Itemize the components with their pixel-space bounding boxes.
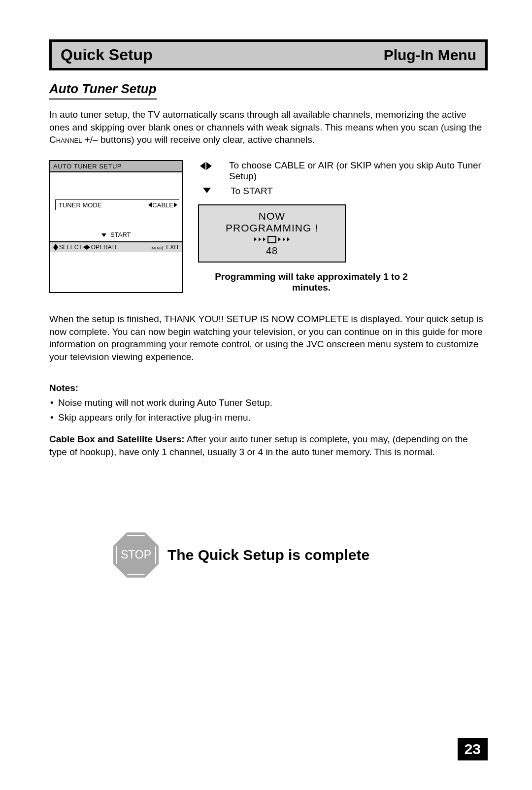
prog-line1: NOW xyxy=(203,210,341,222)
lr-arrow-icon xyxy=(198,160,214,182)
osd-footer-exit: EXIT xyxy=(166,244,179,251)
right-arrow-icon xyxy=(174,202,177,207)
note-item-0: Noise muting will not work during Auto T… xyxy=(49,397,488,408)
osd-footer-operate: OPERATE xyxy=(91,244,119,251)
osd-body: TUNER MODE CABLE START xyxy=(50,172,182,241)
prog-anim-icon xyxy=(203,236,341,243)
header-right: Plug-In Menu xyxy=(384,47,476,64)
stop-sign-label: STOP xyxy=(116,535,156,575)
intro-text-2: +/– buttons) you will receive only clear… xyxy=(82,134,315,145)
stop-text: The Quick Setup is complete xyxy=(167,547,369,563)
osd-start-label: START xyxy=(110,231,131,238)
leftright-icon xyxy=(83,245,90,250)
programming-note: Programming will take approximately 1 to… xyxy=(198,271,425,293)
menu-tag: MENU xyxy=(151,246,163,250)
osd-row-value-wrap: CABLE xyxy=(148,201,177,209)
after-paragraph: When the setup is finished, THANK YOU!! … xyxy=(49,313,488,363)
down-arrow-icon xyxy=(101,233,106,237)
osd-row-label: TUNER MODE xyxy=(59,201,101,209)
prog-line2: PROGRAMMING ! xyxy=(203,222,341,234)
osd-tuner-row: TUNER MODE CABLE xyxy=(55,199,179,210)
stop-row: STOP The Quick Setup is complete xyxy=(113,532,488,578)
osd-title: AUTO TUNER SETUP xyxy=(50,161,182,172)
intro-text-1: In auto tuner setup, the TV automaticall… xyxy=(49,109,482,132)
note-item-1: Skip appears only for interactive plug-i… xyxy=(49,412,488,423)
intro-paragraph: In auto tuner setup, the TV automaticall… xyxy=(49,108,488,146)
osd-start-row: START xyxy=(50,231,182,238)
notes-label: Notes: xyxy=(49,383,488,394)
instr-lr-text: To choose CABLE or AIR (or SKIP when you… xyxy=(229,160,488,182)
instr-down-text: To START xyxy=(231,186,273,197)
updown-icon xyxy=(53,244,58,251)
cable-note-label: Cable Box and Satellite Users: xyxy=(49,434,185,444)
osd-footer-right: MENU EXIT xyxy=(151,244,179,251)
left-arrow-icon xyxy=(148,202,152,207)
osd-footer: SELECT OPERATE MENU EXIT xyxy=(50,241,182,252)
page-number: 23 xyxy=(458,738,488,760)
osd-box: AUTO TUNER SETUP TUNER MODE CABLE START xyxy=(49,160,183,293)
instructions: To choose CABLE or AIR (or SKIP when you… xyxy=(198,160,488,293)
header-bar: Quick Setup Plug-In Menu xyxy=(49,39,488,70)
programming-box: NOW PROGRAMMING ! 48 xyxy=(198,204,346,263)
instr-row-lr: To choose CABLE or AIR (or SKIP when you… xyxy=(198,160,488,182)
down-arrow-icon-big xyxy=(198,186,216,197)
osd-footer-select: SELECT xyxy=(59,244,82,251)
osd-row-value: CABLE xyxy=(152,201,173,209)
prog-number: 48 xyxy=(203,245,341,257)
header-left: Quick Setup xyxy=(61,46,153,64)
instr-row-down: To START xyxy=(198,186,488,197)
stop-sign-icon: STOP xyxy=(113,532,159,578)
intro-channel: Channel xyxy=(49,134,82,145)
osd-footer-left: SELECT OPERATE xyxy=(53,244,119,251)
cable-note: Cable Box and Satellite Users: After you… xyxy=(49,433,488,458)
section-title: Auto Tuner Setup xyxy=(49,81,157,99)
